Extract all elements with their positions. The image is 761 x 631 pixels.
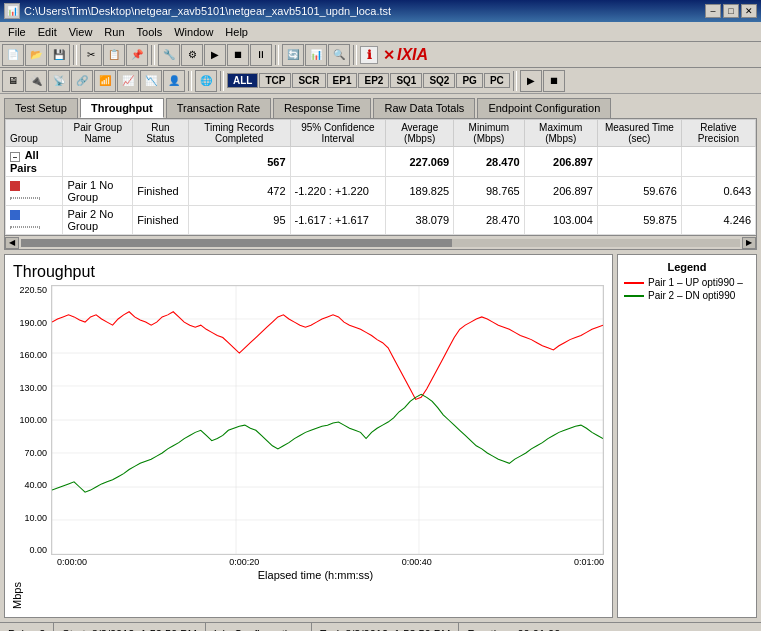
toolbar-btn-9[interactable]: ⏸: [250, 44, 272, 66]
help-btn[interactable]: ℹ: [360, 46, 378, 64]
status-pairs: Pairs: 2: [0, 623, 54, 631]
cell-pair2-measured: 59.875: [597, 206, 681, 235]
filter-all[interactable]: ALL: [227, 73, 258, 88]
save-button[interactable]: 💾: [48, 44, 70, 66]
cell-pair1-measured: 59.676: [597, 177, 681, 206]
cell-allpairs-minimum: 28.470: [454, 147, 524, 177]
tb2-btn-5[interactable]: 📶: [94, 70, 116, 92]
cell-pair1-pairname: Pair 1 No Group: [63, 177, 133, 206]
cell-allpairs-confidence: [290, 147, 386, 177]
tab-endpoint-configuration[interactable]: Endpoint Configuration: [477, 98, 611, 118]
tab-raw-data-totals[interactable]: Raw Data Totals: [373, 98, 475, 118]
header-group: Group: [6, 120, 63, 147]
pair1-dotted-line: [10, 197, 40, 199]
tab-test-setup[interactable]: Test Setup: [4, 98, 78, 118]
minimize-button[interactable]: –: [705, 4, 721, 18]
menu-edit[interactable]: Edit: [32, 24, 63, 40]
header-confidence: 95% Confidence Interval: [290, 120, 386, 147]
table-scrollbar[interactable]: ◀ ▶: [4, 236, 757, 250]
maximize-button[interactable]: □: [723, 4, 739, 18]
toolbar-btn-7[interactable]: ▶: [204, 44, 226, 66]
filter-sq2[interactable]: SQ2: [423, 73, 455, 88]
new-button[interactable]: 📄: [2, 44, 24, 66]
filter-pg[interactable]: PG: [456, 73, 482, 88]
paste-button[interactable]: 📌: [126, 44, 148, 66]
legend-label-pair2: Pair 2 – DN opti990: [648, 290, 735, 301]
cell-pair1-group: [6, 177, 63, 206]
scroll-left-btn[interactable]: ◀: [5, 237, 19, 249]
menu-file[interactable]: File: [2, 24, 32, 40]
y-axis-label: Mbps: [11, 569, 23, 609]
y-tick-3: 100.00: [19, 415, 47, 425]
menu-run[interactable]: Run: [98, 24, 130, 40]
separator-3: [275, 45, 279, 65]
y-tick-2: 70.00: [24, 448, 47, 458]
close-button[interactable]: ✕: [741, 4, 757, 18]
toolbar-btn-12[interactable]: 🔍: [328, 44, 350, 66]
tb2-btn-8[interactable]: 👤: [163, 70, 185, 92]
copy-button[interactable]: 📋: [103, 44, 125, 66]
chart-axis-labels: Mbps Elapsed time (h:mm:ss): [13, 569, 604, 609]
cell-allpairs-maximum: 206.897: [524, 147, 597, 177]
tb2-btn-9[interactable]: 🌐: [195, 70, 217, 92]
tb2-btn-3[interactable]: 📡: [48, 70, 70, 92]
table-row-all-pairs: – All Pairs 567 227.069 28.470 206.897: [6, 147, 756, 177]
cell-pair1-minimum: 98.765: [454, 177, 524, 206]
header-minimum: Minimum (Mbps): [454, 120, 524, 147]
menu-tools[interactable]: Tools: [131, 24, 169, 40]
y-tick-1: 40.00: [24, 480, 47, 490]
tab-response-time[interactable]: Response Time: [273, 98, 371, 118]
cell-pair2-confidence: -1.617 : +1.617: [290, 206, 386, 235]
expand-icon[interactable]: –: [10, 152, 20, 162]
filter-sq1[interactable]: SQ1: [390, 73, 422, 88]
tb2-btn-10[interactable]: ▶: [520, 70, 542, 92]
filter-ep1[interactable]: EP1: [327, 73, 358, 88]
x-tick-2: 0:00:40: [402, 557, 432, 567]
x-tick-0: 0:00:00: [57, 557, 87, 567]
tab-transaction-rate[interactable]: Transaction Rate: [166, 98, 271, 118]
cell-pair1-confidence: -1.220 : +1.220: [290, 177, 386, 206]
toolbar-btn-5[interactable]: 🔧: [158, 44, 180, 66]
menu-help[interactable]: Help: [219, 24, 254, 40]
status-bar: Pairs: 2 Start: 8/3/2012, 1:52:59 PM Ixi…: [0, 622, 761, 631]
cell-pair2-maximum: 103.004: [524, 206, 597, 235]
data-table-container: Group Pair Group Name Run Status Timing …: [4, 118, 757, 236]
cell-allpairs-status: [133, 147, 188, 177]
scroll-thumb: [21, 239, 452, 247]
toolbar-btn-8[interactable]: ⏹: [227, 44, 249, 66]
filter-ep2[interactable]: EP2: [358, 73, 389, 88]
tb2-btn-2[interactable]: 🔌: [25, 70, 47, 92]
header-records: Timing Records Completed: [188, 120, 290, 147]
table-row-pair1: Pair 1 No Group Finished 472 -1.220 : +1…: [6, 177, 756, 206]
cut-button[interactable]: ✂: [80, 44, 102, 66]
menu-view[interactable]: View: [63, 24, 99, 40]
open-button[interactable]: 📂: [25, 44, 47, 66]
cell-pair2-relative: 4.246: [681, 206, 755, 235]
cell-pair1-maximum: 206.897: [524, 177, 597, 206]
scroll-right-btn[interactable]: ▶: [742, 237, 756, 249]
header-pair-name: Pair Group Name: [63, 120, 133, 147]
y-tick-7: 220.50: [19, 285, 47, 295]
tab-throughput[interactable]: Throughput: [80, 98, 164, 118]
filter-tcp[interactable]: TCP: [259, 73, 291, 88]
cell-allpairs-measured: [597, 147, 681, 177]
menu-window[interactable]: Window: [168, 24, 219, 40]
y-tick-6: 190.00: [19, 318, 47, 328]
y-tick-0: 10.00: [24, 513, 47, 523]
menu-bar: File Edit View Run Tools Window Help: [0, 22, 761, 42]
separator-6: [220, 71, 224, 91]
tb2-btn-4[interactable]: 🔗: [71, 70, 93, 92]
filter-pc[interactable]: PC: [484, 73, 510, 88]
header-maximum: Maximum (Mbps): [524, 120, 597, 147]
header-run-status: Run Status: [133, 120, 188, 147]
chart-svg: [51, 285, 604, 555]
toolbar-btn-11[interactable]: 📊: [305, 44, 327, 66]
tb2-btn-11[interactable]: ⏹: [543, 70, 565, 92]
legend-label-pair1: Pair 1 – UP opti990 –: [648, 277, 743, 288]
tb2-btn-1[interactable]: 🖥: [2, 70, 24, 92]
tb2-btn-6[interactable]: 📈: [117, 70, 139, 92]
filter-scr[interactable]: SCR: [292, 73, 325, 88]
toolbar-btn-10[interactable]: 🔄: [282, 44, 304, 66]
toolbar-btn-6[interactable]: ⚙: [181, 44, 203, 66]
tb2-btn-7[interactable]: 📉: [140, 70, 162, 92]
